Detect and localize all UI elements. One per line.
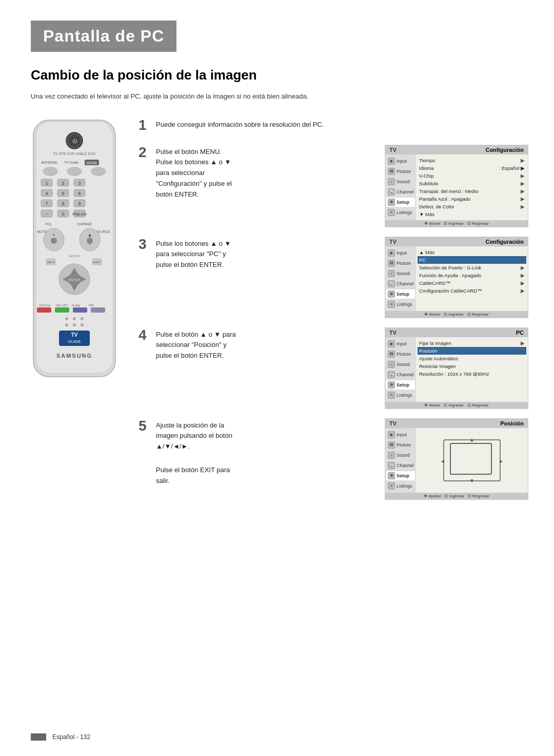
svg-text:PIP: PIP xyxy=(89,304,94,307)
sidebar-sound-3: ♪ Sound xyxy=(386,269,415,278)
tv-sidebar-step5: ▶ Input 🖼 Picture ♪ Sound xyxy=(385,428,416,493)
menu-mas: ▼ Más xyxy=(419,210,525,218)
svg-text:D-Net: D-Net xyxy=(72,304,80,307)
svg-text:6: 6 xyxy=(78,191,81,196)
menu-vchip: V-Chip▶ xyxy=(419,172,525,180)
svg-text:7: 7 xyxy=(45,201,48,206)
tv-screen-step3: TV Configuración ▶ Input 🖼 Picture xyxy=(385,237,528,318)
sidebar-setup-4: ⚙ Setup xyxy=(386,380,415,390)
menu-reiniciar: Reiniciar Imagen xyxy=(419,362,525,370)
tv-content-step4: Fijar la Imagen▶ Posición▶ Ajuste Automá… xyxy=(416,337,528,402)
svg-point-73 xyxy=(73,323,76,326)
menu-transpar: Transpar. del menú : Medio▶ xyxy=(419,187,525,195)
svg-text:ANTENNA: ANTENNA xyxy=(41,161,57,164)
svg-text:8: 8 xyxy=(62,201,64,206)
svg-text:OK.LIST: OK.LIST xyxy=(56,304,68,307)
svg-text:⏻: ⏻ xyxy=(72,139,77,144)
screen-footer-step5: ❖ Ajustar ⊡ Ingresar ⊡ Regresar xyxy=(385,493,528,499)
svg-text:5: 5 xyxy=(62,191,64,196)
svg-text:▲: ▲ xyxy=(469,437,474,442)
step-1-number: 1 xyxy=(138,118,150,133)
svg-point-70 xyxy=(73,317,76,320)
section-title: Cambio de la posición de la imagen xyxy=(31,67,523,83)
step-1-content: Puede conseguir información sobre la res… xyxy=(156,120,528,130)
tv-screen-step4: TV PC ▶ Input 🖼 Picture xyxy=(385,327,528,409)
tv-screen-step2: TV Configuración ▶ Input 🖼 Picture xyxy=(385,145,528,227)
step-4-number: 4 xyxy=(138,327,150,343)
tv-sidebar-step2: ▶ Input 🖼 Picture ♪ Sound xyxy=(385,154,416,220)
menu-cablecard: CableCARD™▶ xyxy=(419,279,525,287)
svg-text:▼: ▼ xyxy=(469,478,474,483)
svg-text:PRE-CH: PRE-CH xyxy=(73,212,87,216)
screen-body-step3: ▶ Input 🖼 Picture ♪ Sound xyxy=(385,246,528,311)
svg-text:Accent: Accent xyxy=(69,254,80,258)
svg-text:MODE: MODE xyxy=(87,161,97,165)
screen-header-step4: TV PC xyxy=(385,328,528,337)
svg-text:►: ► xyxy=(499,458,503,464)
screen-header-step3: TV Configuración xyxy=(385,237,528,246)
svg-text:1: 1 xyxy=(45,181,48,186)
svg-point-72 xyxy=(65,323,68,326)
step-5-number: 5 xyxy=(138,418,150,434)
svg-text:-: - xyxy=(46,211,48,217)
menu-pc-highlighted: PC▶ xyxy=(418,256,526,264)
step-5-screen: TV Posición ▶ Input 🖼 Picture xyxy=(385,418,528,500)
menu-pantalla: Pantalla Azul : Apagado▶ xyxy=(419,195,525,203)
screen-footer-step2: ❖ Mover ⊡ Ingresar ⊡ Regresar xyxy=(385,220,528,227)
step-3-text: Pulse los botones ▲ o ▼para seleccionar … xyxy=(156,237,379,273)
menu-tiempo: Tiempo▶ xyxy=(419,157,525,164)
svg-text:9: 9 xyxy=(78,201,81,206)
step-1-text: Puede conseguir información sobre la res… xyxy=(156,118,528,132)
sidebar-setup-5: ⚙ Setup xyxy=(386,471,415,480)
main-content: ⏻ TV STB VCR CABLE DVD ANTENNA TV Guide … xyxy=(26,118,528,500)
sidebar-channel: 📡 Channel xyxy=(386,187,415,197)
sidebar-picture-5: 🖼 Picture xyxy=(386,440,415,450)
sidebar-channel-4: 📡 Channel xyxy=(386,370,415,379)
svg-point-11 xyxy=(67,167,82,176)
screen-footer-step4: ❖ Mover ⊡ Ingresar ⊡ Regresar xyxy=(385,402,528,409)
screen-header-step5: TV Posición xyxy=(385,419,528,428)
svg-text:EXIT: EXIT xyxy=(93,261,101,264)
tv-content-step2: Tiempo▶ Idioma: Español ▶ V-Chip▶ Subtít… xyxy=(416,154,528,220)
menu-fijar: Fijar la Imagen▶ xyxy=(419,339,525,347)
svg-point-71 xyxy=(81,317,84,320)
sidebar-setup-active: ⚙ Setup xyxy=(386,198,415,207)
step-3-row: 3 Pulse los botones ▲ o ▼para selecciona… xyxy=(138,237,528,318)
sidebar-listings-4: ≡ Listings xyxy=(386,391,415,400)
intro-text: Una vez conectado el televisor al PC, aj… xyxy=(31,91,523,102)
screen-body-step4: ▶ Input 🖼 Picture ♪ Sound xyxy=(385,337,528,402)
input-icon: ▶ xyxy=(388,158,395,165)
svg-text:INFO: INFO xyxy=(47,261,55,264)
page-title-block: Pantalla de PC xyxy=(31,21,176,52)
svg-text:TV Guide: TV Guide xyxy=(64,161,78,164)
picture-icon: 🖼 xyxy=(388,168,395,175)
menu-ajuste-auto: Ajuste Automático xyxy=(419,355,525,362)
svg-text:ENTER: ENTER xyxy=(68,278,81,282)
menu-posicion-highlighted: Posición▶ xyxy=(418,347,526,355)
footer-bar xyxy=(31,733,46,741)
tv-content-step5: ▲ ▼ ◄ ► xyxy=(416,428,528,493)
step-5-row: 5 Ajuste la posición de laimagen pulsand… xyxy=(138,418,528,500)
sidebar-input-5: ▶ Input xyxy=(386,430,415,439)
svg-point-74 xyxy=(81,323,84,326)
step-1-row: 1 Puede conseguir información sobre la r… xyxy=(138,118,528,133)
svg-text:◄: ◄ xyxy=(441,458,445,464)
svg-text:GUIDE: GUIDE xyxy=(68,339,81,344)
sidebar-picture-4: 🖼 Picture xyxy=(386,350,415,359)
remote-control-area: ⏻ TV STB VCR CABLE DVD ANTENNA TV Guide … xyxy=(26,118,128,500)
svg-point-12 xyxy=(91,167,106,176)
svg-text:2: 2 xyxy=(62,181,64,186)
svg-text:VOL: VOL xyxy=(45,222,52,226)
menu-seleccion: Selección de Puerto : G-Link▶ xyxy=(419,264,525,272)
steps-area: 1 Puede conseguir información sobre la r… xyxy=(138,118,528,500)
sidebar-channel-5: 📡 Channel xyxy=(386,461,415,470)
menu-idioma: Idioma: Español ▶ xyxy=(419,164,525,172)
sidebar-listings-3: ≡ Listings xyxy=(386,300,415,309)
svg-text:TV  STB  VCR  CABLE  DVD: TV STB VCR CABLE DVD xyxy=(53,152,96,156)
svg-point-10 xyxy=(43,167,57,176)
step-4-text: Pulse el botón ▲ o ▼ paraseleccionar "Po… xyxy=(156,327,379,363)
step-5-text: Ajuste la posición de laimagen pulsando … xyxy=(156,418,379,489)
sidebar-input-3: ▶ Input xyxy=(386,248,415,258)
svg-rect-68 xyxy=(91,307,105,313)
svg-text:+: + xyxy=(52,232,55,238)
